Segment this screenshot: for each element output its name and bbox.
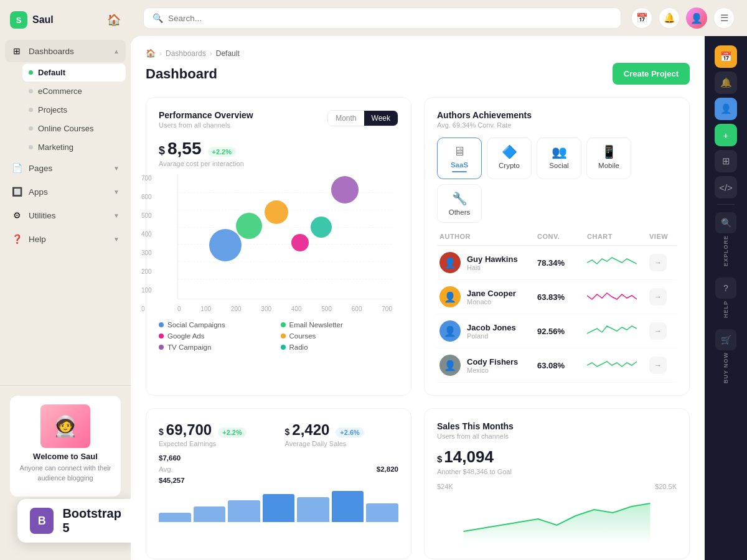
- default-label: Default: [38, 68, 65, 77]
- rs-bell-btn[interactable]: 🔔: [715, 72, 737, 94]
- sidebar-item-help[interactable]: ❓ Help ▼: [5, 228, 126, 250]
- rs-plus-btn[interactable]: +: [715, 124, 737, 146]
- tab-saas[interactable]: 🖥 SaaS: [437, 138, 482, 179]
- sales-y2: $20.5K: [655, 483, 677, 490]
- num-val1: $7,660: [159, 454, 181, 462]
- conv-value: 92.56%: [537, 327, 587, 336]
- sidebar-item-projects[interactable]: Projects: [22, 101, 126, 119]
- performance-subtitle: Users from all channels: [159, 121, 253, 129]
- dot-icon: [29, 108, 33, 112]
- user-avatar[interactable]: 👤: [686, 7, 707, 29]
- sidebar-item-ecommerce[interactable]: eCommerce: [22, 82, 126, 100]
- rs-user-btn[interactable]: 👤: [715, 98, 737, 120]
- legend-radio-label: Radio: [289, 343, 308, 351]
- home-icon[interactable]: 🏠: [146, 49, 156, 58]
- expected-earnings: $ 69,700 +2.2% Expected Earnings: [159, 421, 273, 447]
- bar-chart: [159, 491, 398, 522]
- col-author: AUTHOR: [439, 233, 537, 240]
- view-button[interactable]: →: [649, 254, 667, 271]
- sales-card: Sales This Months Users from all channel…: [424, 408, 690, 559]
- crypto-label: Crypto: [499, 162, 520, 169]
- tab-mobile[interactable]: 📱 Mobile: [586, 138, 631, 179]
- sparkline-chart: [587, 357, 637, 374]
- apps-label: Apps: [29, 187, 48, 197]
- topbar-bell-btn[interactable]: 🔔: [659, 7, 680, 29]
- view-button[interactable]: →: [649, 288, 667, 306]
- table-row: 👤 Guy Hawkins Haiti 78.34% →: [437, 246, 677, 280]
- topbar-actions: 📅 🔔 👤 ☰: [631, 7, 735, 29]
- conv-value: 63.08%: [537, 361, 587, 370]
- earn-value1: 69,700: [166, 421, 212, 439]
- view-button[interactable]: →: [649, 322, 667, 340]
- avatar: 👤: [439, 320, 461, 342]
- earn-value2: 2,420: [292, 421, 329, 439]
- view-button[interactable]: →: [649, 357, 667, 374]
- sparkline-chart: [587, 288, 637, 306]
- legend-social-label: Social Campaigns: [167, 321, 225, 329]
- legend-courses: Courses: [281, 332, 399, 340]
- earn-badge2: +2.6%: [336, 427, 364, 437]
- saas-label: SaaS: [451, 161, 468, 169]
- col-view: VIEW: [649, 233, 674, 240]
- dashboards-label: Dashboards: [29, 47, 74, 56]
- period-week-btn[interactable]: Week: [364, 111, 398, 126]
- content-wrapper: 🏠 › Dashboards › Default Dashboard Creat…: [131, 36, 747, 560]
- conv-rate: Avg. 69.34% Conv. Rate: [437, 121, 532, 129]
- author-country: Mexico: [467, 366, 518, 374]
- period-month-btn[interactable]: Month: [328, 111, 364, 126]
- col-chart: CHART: [587, 233, 649, 240]
- search-box[interactable]: 🔍: [143, 7, 621, 29]
- author-name: Jacob Jones: [467, 323, 516, 332]
- sales-note: Another $48,346 to Goal: [437, 468, 677, 475]
- bar: [332, 491, 364, 522]
- page-title: Dashboard: [146, 66, 217, 82]
- breadcrumb-dashboards[interactable]: Dashboards: [166, 49, 206, 58]
- sales-chart: [437, 494, 677, 544]
- earn-currency1: $: [159, 427, 164, 437]
- avatar: 👤: [439, 355, 461, 376]
- sidebar-item-online-courses[interactable]: Online Courses: [22, 119, 126, 138]
- num-val2: $2,820: [377, 465, 398, 473]
- sidebar-item-marketing[interactable]: Marketing: [22, 138, 126, 156]
- sidebar-item-default[interactable]: Default: [22, 63, 126, 82]
- metric-currency: $: [159, 144, 165, 157]
- metric-value: $ 8,55 +2.2%: [159, 139, 236, 159]
- rs-grid-btn[interactable]: ⊞: [715, 150, 737, 172]
- topbar-calendar-btn[interactable]: 📅: [631, 7, 652, 29]
- mobile-icon: 📱: [601, 144, 617, 159]
- sidebar-item-apps[interactable]: 🔲 Apps ▼: [5, 180, 126, 203]
- performance-card: Performance Overview Users from all chan…: [146, 97, 411, 396]
- sales-amount: $ 14,094: [437, 447, 677, 467]
- earn-badge1: +2.2%: [218, 427, 247, 437]
- dot-icon: [29, 145, 33, 149]
- sidebar-footer: 🧑‍🚀 Welcome to Saul Anyone can connect w…: [0, 385, 131, 506]
- rs-code-btn[interactable]: </>: [715, 176, 737, 198]
- metric-badge: +2.2%: [208, 147, 237, 157]
- pin-icon[interactable]: 🏠: [107, 13, 121, 27]
- bubble-email: [236, 213, 262, 239]
- dashboards-icon: ⊞: [11, 45, 22, 57]
- sidebar-item-dashboards[interactable]: ⊞ Dashboards ▲: [5, 40, 126, 62]
- explore-action[interactable]: 🔍 Explore: [715, 208, 736, 274]
- welcome-subtitle: Anyone can connect with their audience b…: [19, 464, 112, 483]
- sidebar-item-utilities[interactable]: ⚙ Utilities ▼: [5, 204, 126, 226]
- author-country: Monaco: [467, 298, 516, 306]
- sidebar-item-pages[interactable]: 📄 Pages ▼: [5, 157, 126, 179]
- buynow-action[interactable]: 🛒 Buy now: [715, 325, 736, 391]
- divider: [717, 204, 735, 205]
- astronaut-illustration: 🧑‍🚀: [40, 404, 90, 448]
- tab-crypto[interactable]: 🔷 Crypto: [487, 138, 532, 179]
- tab-others[interactable]: 🔧 Others: [437, 184, 482, 223]
- utilities-icon: ⚙: [11, 210, 22, 221]
- topbar-menu-btn[interactable]: ☰: [713, 7, 735, 29]
- rs-calendar-btn[interactable]: 📅: [715, 45, 737, 68]
- marketing-label: Marketing: [38, 142, 73, 152]
- table-row: 👤 Jacob Jones Poland 92.56% →: [437, 314, 677, 348]
- legend-courses-label: Courses: [289, 332, 316, 340]
- list-item: Avg. $2,820: [159, 464, 398, 475]
- create-project-button[interactable]: Create Project: [613, 63, 690, 85]
- bubble-courses: [265, 200, 288, 224]
- tab-social[interactable]: 👥 Social: [537, 138, 581, 179]
- help-action[interactable]: ? Help: [715, 274, 736, 325]
- search-input[interactable]: [168, 14, 612, 23]
